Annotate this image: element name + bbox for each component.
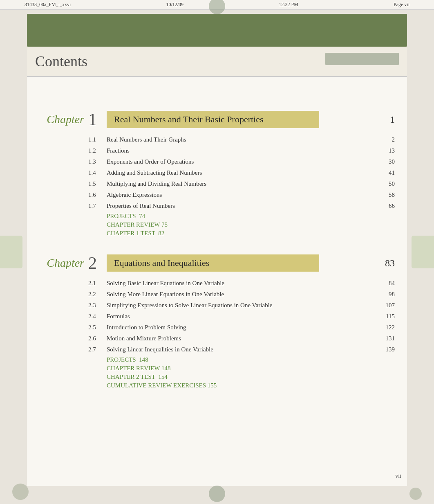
section-2-2-num: 2.2	[88, 290, 107, 299]
section-1-4: 1.4 Adding and Subtracting Real Numbers …	[88, 169, 395, 177]
chapter-1-title-box: Real Numbers and Their Basic Properties	[107, 111, 319, 128]
chapter-2-projects-link[interactable]: PROJECTS 148	[88, 356, 395, 363]
section-1-3-page: 30	[387, 158, 395, 166]
chapter-2-title: Equations and Inequalities	[114, 258, 312, 268]
section-2-6: 2.6 Motion and Mixture Problems 131	[88, 334, 395, 343]
section-2-5-page: 122	[384, 323, 395, 332]
section-1-2-title: Fractions	[107, 146, 387, 155]
section-2-3-title: Simplifying Expressions to Solve Linear …	[107, 301, 384, 310]
chapter-2-section-list: 2.1 Solving Basic Linear Equations in On…	[39, 279, 395, 389]
section-1-3-num: 1.3	[88, 158, 107, 166]
section-1-6-num: 1.6	[88, 191, 107, 199]
chapter-2-test-link[interactable]: CHAPTER 2 TEST 154	[88, 374, 395, 380]
chapter-1-page: 1	[382, 114, 395, 125]
footer-page-number: vii	[395, 473, 401, 479]
section-1-2-num: 1.2	[88, 146, 107, 155]
page-footer: vii	[395, 473, 401, 479]
section-1-1: 1.1 Real Numbers and Their Graphs 2	[88, 135, 395, 144]
file-info: 31433_00a_FM_i_xxvi	[25, 2, 71, 8]
contents-area: Contents	[27, 47, 407, 77]
page-info: Page vii	[394, 2, 409, 8]
section-1-7-page: 66	[387, 202, 395, 210]
section-1-5-title: Multiplying and Dividing Real Numbers	[107, 180, 387, 188]
page-container: 31433_00a_FM_i_xxvi 10/12/09 12:32 PM Pa…	[0, 0, 434, 504]
section-2-4-title: Formulas	[107, 312, 384, 321]
section-1-3-title: Exponents and Order of Operations	[107, 158, 387, 166]
section-2-3: 2.3 Simplifying Expressions to Solve Lin…	[88, 301, 395, 310]
section-2-3-num: 2.3	[88, 301, 107, 310]
section-1-1-page: 2	[390, 135, 395, 144]
section-2-1-title: Solving Basic Linear Equations in One Va…	[107, 279, 387, 288]
section-2-2: 2.2 Solving More Linear Equations in One…	[88, 290, 395, 299]
chapter-2-label: Chapter	[39, 256, 84, 270]
section-2-6-num: 2.6	[88, 334, 107, 343]
bottom-left-circle-decoration	[12, 484, 29, 500]
section-1-5-num: 1.5	[88, 180, 107, 188]
chapter-1-title: Real Numbers and Their Basic Properties	[114, 114, 312, 125]
section-2-4-page: 115	[384, 312, 395, 321]
section-2-7-title: Solving Linear Inequalities in One Varia…	[107, 345, 384, 354]
date-info: 10/12/09	[166, 2, 183, 8]
chapter-1-label: Chapter	[39, 113, 84, 126]
spacer-top	[39, 85, 395, 110]
right-side-decoration	[412, 236, 434, 268]
green-banner	[27, 14, 407, 47]
section-2-3-page: 107	[384, 301, 395, 310]
section-2-7: 2.7 Solving Linear Inequalities in One V…	[88, 345, 395, 354]
section-2-5: 2.5 Introduction to Problem Solving 122	[88, 323, 395, 332]
chapter-1-section: Chapter 1 Real Numbers and Their Basic P…	[39, 110, 395, 237]
chapter-1-section-list: 1.1 Real Numbers and Their Graphs 2 1.2 …	[39, 135, 395, 237]
section-2-4-num: 2.4	[88, 312, 107, 321]
section-1-5-page: 50	[387, 180, 395, 188]
section-1-4-page: 41	[387, 169, 395, 177]
section-2-1: 2.1 Solving Basic Linear Equations in On…	[88, 279, 395, 288]
bottom-center-circle-decoration	[209, 486, 225, 502]
section-2-7-page: 139	[384, 345, 395, 354]
section-1-3: 1.3 Exponents and Order of Operations 30	[88, 158, 395, 166]
chapter-2-title-box: Equations and Inequalities	[107, 254, 319, 272]
time-info: 12:32 PM	[279, 2, 298, 8]
section-2-4: 2.4 Formulas 115	[88, 312, 395, 321]
section-2-2-page: 98	[387, 290, 395, 299]
section-1-7: 1.7 Properties of Real Numbers 66	[88, 202, 395, 210]
chapter-2-cumulative-link[interactable]: CUMULATIVE REVIEW EXERCISES 155	[88, 382, 395, 389]
section-1-7-num: 1.7	[88, 202, 107, 210]
chapter-1-test-link[interactable]: CHAPTER 1 TEST 82	[88, 230, 395, 237]
top-circle-decoration	[209, 0, 225, 14]
section-1-7-title: Properties of Real Numbers	[107, 202, 387, 210]
contents-right-decoration	[325, 53, 399, 65]
chapter-2-review-link[interactable]: CHAPTER REVIEW 148	[88, 365, 395, 372]
bottom-right-circle-decoration	[409, 488, 422, 500]
section-1-6-title: Algebraic Expressions	[107, 191, 387, 199]
chapter-1-review-link[interactable]: CHAPTER REVIEW 75	[88, 221, 395, 228]
section-1-5: 1.5 Multiplying and Dividing Real Number…	[88, 180, 395, 188]
section-2-5-num: 2.5	[88, 323, 107, 332]
section-1-1-title: Real Numbers and Their Graphs	[107, 135, 390, 144]
left-side-decoration	[0, 236, 22, 268]
section-1-6-page: 58	[387, 191, 395, 199]
section-2-5-title: Introduction to Problem Solving	[107, 323, 384, 332]
chapter-2-number: 2	[88, 253, 101, 273]
section-1-4-title: Adding and Subtracting Real Numbers	[107, 169, 387, 177]
section-2-1-page: 84	[387, 279, 395, 288]
section-2-6-title: Motion and Mixture Problems	[107, 334, 384, 343]
chapter-1-header-row: Chapter 1 Real Numbers and Their Basic P…	[39, 110, 395, 129]
chapter-2-page: 83	[377, 258, 395, 269]
main-content: Chapter 1 Real Numbers and Their Basic P…	[27, 77, 407, 486]
section-1-1-num: 1.1	[88, 135, 107, 144]
section-1-6: 1.6 Algebraic Expressions 58	[88, 191, 395, 199]
chapter-1-number: 1	[88, 110, 101, 129]
section-1-4-num: 1.4	[88, 169, 107, 177]
section-2-1-num: 2.1	[88, 279, 107, 288]
chapter-1-projects-link[interactable]: PROJECTS 74	[88, 213, 395, 220]
section-2-7-num: 2.7	[88, 345, 107, 354]
chapter-2-section: Chapter 2 Equations and Inequalities 83 …	[39, 253, 395, 389]
chapter-2-header-row: Chapter 2 Equations and Inequalities 83	[39, 253, 395, 273]
section-1-2: 1.2 Fractions 13	[88, 146, 395, 155]
section-2-6-page: 131	[384, 334, 395, 343]
section-2-2-title: Solving More Linear Equations in One Var…	[107, 290, 387, 299]
section-1-2-page: 13	[387, 146, 395, 155]
